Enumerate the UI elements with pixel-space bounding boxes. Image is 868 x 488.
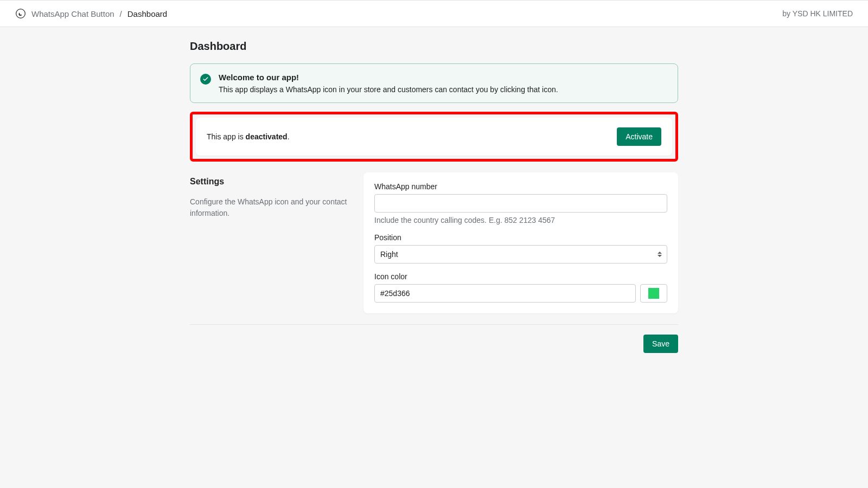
- byline: by YSD HK LIMITED: [782, 9, 853, 18]
- icon-color-field: Icon color: [374, 272, 667, 303]
- status-card: This app is deactivated. Activate: [196, 118, 672, 156]
- position-label: Position: [374, 233, 667, 242]
- color-swatch: [648, 288, 659, 299]
- settings-section: Settings Configure the WhatsApp icon and…: [190, 172, 678, 313]
- breadcrumb-separator: /: [120, 9, 122, 18]
- welcome-banner: Welcome to our app! This app displays a …: [190, 63, 678, 103]
- status-suffix: .: [288, 132, 290, 141]
- icon-color-label: Icon color: [374, 272, 667, 281]
- breadcrumb: WhatsApp Chat Button / Dashboard: [15, 8, 167, 19]
- save-button[interactable]: Save: [643, 335, 678, 353]
- main-container: Dashboard Welcome to our app! This app d…: [190, 27, 678, 375]
- color-swatch-button[interactable]: [640, 284, 667, 303]
- breadcrumb-current: Dashboard: [127, 9, 167, 18]
- highlight-frame: This app is deactivated. Activate: [190, 112, 678, 162]
- settings-heading: Settings: [190, 177, 353, 187]
- icon-color-input[interactable]: [374, 284, 636, 303]
- svg-point-0: [16, 9, 25, 18]
- status-prefix: This app is: [207, 132, 246, 141]
- status-text: This app is deactivated.: [207, 132, 290, 141]
- banner-description: This app displays a WhatsApp icon in you…: [219, 85, 558, 94]
- footer-actions: Save: [190, 335, 678, 353]
- position-select-wrap: Right: [374, 245, 667, 264]
- breadcrumb-app[interactable]: WhatsApp Chat Button: [31, 9, 114, 18]
- whatsapp-icon: [15, 8, 26, 19]
- whatsapp-number-field: WhatsApp number Include the country call…: [374, 182, 667, 224]
- topbar: WhatsApp Chat Button / Dashboard by YSD …: [0, 0, 868, 27]
- page-title: Dashboard: [190, 40, 678, 53]
- activate-button[interactable]: Activate: [617, 127, 661, 146]
- whatsapp-number-label: WhatsApp number: [374, 182, 667, 191]
- status-state: deactivated: [246, 132, 288, 141]
- whatsapp-number-input[interactable]: [374, 194, 667, 213]
- banner-title: Welcome to our app!: [219, 73, 558, 82]
- settings-sidebar: Settings Configure the WhatsApp icon and…: [190, 172, 353, 313]
- settings-description: Configure the WhatsApp icon and your con…: [190, 196, 353, 219]
- position-field: Position Right: [374, 233, 667, 264]
- divider: [190, 324, 678, 325]
- position-select[interactable]: Right: [374, 245, 667, 264]
- whatsapp-number-help: Include the country calling codes. E.g. …: [374, 216, 667, 224]
- checkmark-icon: [200, 74, 211, 85]
- settings-card: WhatsApp number Include the country call…: [363, 172, 678, 313]
- banner-body: Welcome to our app! This app displays a …: [219, 73, 558, 94]
- icon-color-row: [374, 284, 667, 303]
